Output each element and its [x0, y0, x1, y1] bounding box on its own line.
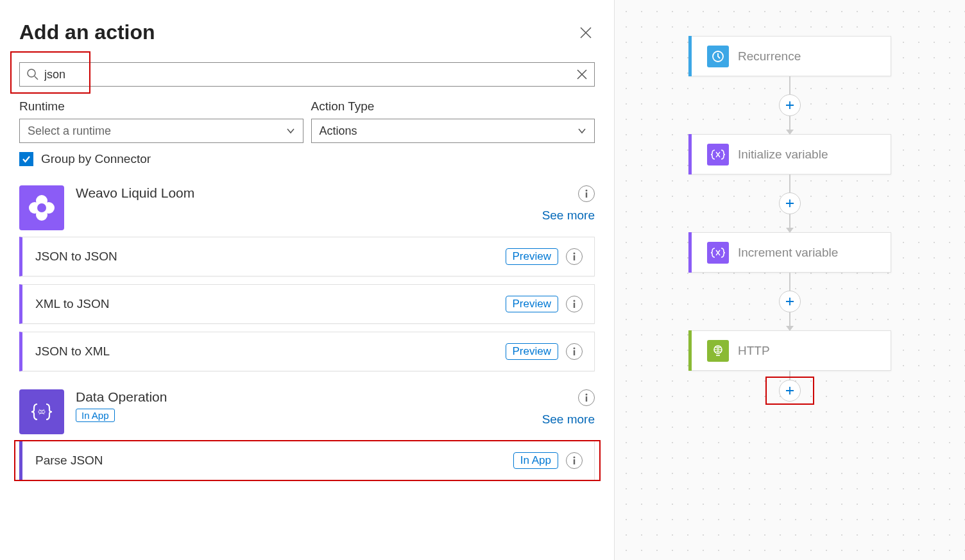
info-icon [573, 456, 576, 465]
group-by-checkbox[interactable] [19, 152, 33, 166]
svg-point-17 [574, 457, 576, 459]
connector-header: Data Operation In App See more [19, 389, 595, 434]
actiontype-filter: Action Type Actions [311, 99, 595, 143]
actiontype-value: Actions [320, 124, 357, 138]
node-initialize-variable[interactable]: Initialize variable [688, 134, 891, 174]
action-json-to-json[interactable]: JSON to JSON Preview [19, 237, 595, 276]
svg-rect-18 [574, 459, 575, 464]
variable-icon [707, 144, 729, 165]
node-recurrence[interactable]: Recurrence [688, 36, 891, 76]
workflow-canvas[interactable]: Recurrence Initialize variable Increment… [615, 0, 965, 560]
see-more-link[interactable]: See more [542, 208, 595, 223]
clear-search-button[interactable] [576, 69, 588, 80]
inapp-badge: In App [513, 452, 558, 469]
svg-rect-11 [574, 303, 575, 308]
action-name: XML to JSON [35, 297, 109, 311]
preview-badge: Preview [506, 296, 558, 312]
recurrence-icon [707, 46, 729, 67]
swirl-icon [26, 192, 57, 223]
node-label: Recurrence [738, 49, 801, 64]
node-accent [688, 36, 692, 76]
group-by-label: Group by Connector [41, 152, 151, 166]
action-parse-json[interactable]: Parse JSON In App [19, 441, 595, 480]
connector-name: Weavo Liquid Loom [76, 185, 542, 201]
search-input[interactable] [39, 68, 576, 81]
add-action-button[interactable] [779, 291, 801, 312]
connector-arrow [789, 312, 790, 330]
connector-weavo: Weavo Liquid Loom See more JSON to JSON … [19, 185, 595, 371]
actiontype-select[interactable]: Actions [311, 119, 595, 143]
info-icon [585, 189, 588, 198]
connector-line [789, 273, 790, 291]
search-box[interactable] [19, 62, 595, 87]
runtime-select[interactable]: Select a runtime [19, 119, 303, 143]
svg-point-6 [586, 190, 588, 192]
node-label: Increment variable [738, 246, 838, 260]
panel-title: Add an action [19, 21, 155, 44]
connector-meta: Weavo Liquid Loom [76, 185, 542, 201]
plus-icon [785, 198, 795, 208]
search-icon [26, 68, 39, 81]
runtime-filter: Runtime Select a runtime [19, 99, 303, 143]
info-button[interactable] [566, 452, 583, 469]
add-action-panel: Add an action Runtime Select a runtime A… [0, 0, 615, 560]
svg-point-5 [37, 203, 46, 212]
node-http[interactable]: HTTP [688, 330, 891, 371]
action-right: Preview [506, 296, 583, 312]
connector-line [789, 174, 790, 192]
close-button[interactable] [577, 24, 595, 42]
variable-icon [707, 242, 729, 264]
node-increment-variable[interactable]: Increment variable [688, 232, 891, 273]
braces-x-icon [710, 246, 726, 259]
close-icon [579, 26, 593, 40]
action-name: Parse JSON [35, 454, 103, 468]
svg-rect-7 [586, 192, 587, 198]
runtime-label: Runtime [19, 99, 303, 114]
see-more-link[interactable]: See more [542, 412, 595, 427]
info-button[interactable] [566, 248, 583, 265]
connector-side: See more [542, 389, 595, 427]
info-button[interactable] [578, 185, 595, 202]
connector-header: Weavo Liquid Loom See more [19, 185, 595, 230]
add-action-button[interactable] [779, 380, 801, 402]
panel-header: Add an action [19, 21, 595, 44]
connector-arrow [789, 116, 790, 134]
final-plus-wrap [779, 380, 801, 402]
info-button[interactable] [578, 389, 595, 406]
node-accent [688, 134, 692, 174]
action-xml-to-json[interactable]: XML to JSON Preview [19, 284, 595, 324]
action-right: In App [513, 452, 583, 469]
svg-rect-16 [586, 396, 587, 402]
preview-badge: Preview [506, 343, 558, 360]
connector-meta: Data Operation In App [76, 389, 542, 422]
svg-point-12 [574, 348, 576, 350]
runtime-placeholder: Select a runtime [28, 124, 111, 138]
connector-name: Data Operation [76, 389, 542, 405]
connector-line [789, 76, 790, 94]
checkmark-icon [21, 154, 31, 164]
action-json-to-xml[interactable]: JSON to XML Preview [19, 332, 595, 371]
connector-arrow [789, 214, 790, 232]
node-accent [688, 330, 692, 371]
info-icon [585, 393, 588, 402]
svg-rect-13 [574, 350, 575, 355]
action-name: JSON to XML [35, 344, 110, 359]
info-icon [573, 347, 576, 356]
node-label: HTTP [738, 344, 770, 358]
connector-line [789, 371, 790, 380]
inapp-badge: In App [76, 409, 115, 422]
http-icon [707, 340, 729, 362]
search-wrap [19, 62, 595, 87]
info-button[interactable] [566, 343, 583, 360]
group-by-row: Group by Connector [19, 152, 595, 166]
add-action-button[interactable] [779, 192, 801, 214]
actiontype-label: Action Type [311, 99, 595, 114]
braces-x-icon [710, 148, 726, 161]
action-right: Preview [506, 343, 583, 360]
add-action-button[interactable] [779, 94, 801, 116]
info-button[interactable] [566, 296, 583, 312]
preview-badge: Preview [506, 248, 558, 265]
parse-json-wrap: Parse JSON In App [19, 441, 595, 480]
node-label: Initialize variable [738, 148, 828, 162]
svg-point-10 [574, 300, 576, 302]
